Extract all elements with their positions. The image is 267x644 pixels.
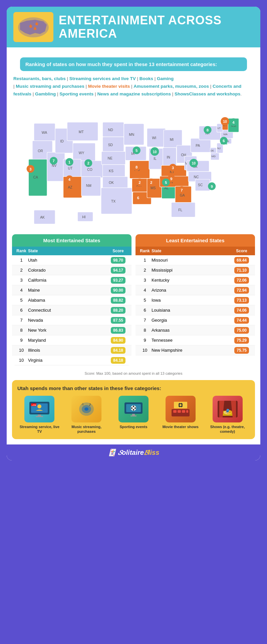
categories-section: Restaurants, bars, clubs | Streaming ser… [7, 71, 260, 98]
utah-title: Utah spends more than other states in th… [17, 385, 250, 391]
svg-text:2: 2 [139, 181, 141, 185]
most-table-row: 9 Maryland 84.90 [12, 335, 131, 345]
map-wrapper: WA OR CA NV ID MT WY [10, 102, 257, 227]
music-icon-box: ♪ ♫ [71, 396, 101, 422]
least-col-score: Score [231, 249, 252, 253]
row-state: Illinois [28, 348, 107, 353]
row-rank: 7 [138, 318, 152, 323]
row-state: Nevada [28, 318, 107, 323]
svg-text:KS: KS [109, 169, 113, 173]
least-table-row: 8 Arkansas 75.00 [136, 325, 255, 335]
row-rank: 4 [15, 288, 28, 293]
row-rank: 9 [15, 338, 28, 343]
movie-icon-label: Movie theater shows [163, 424, 199, 429]
row-rank: 2 [138, 268, 152, 273]
svg-text:2: 2 [150, 181, 152, 185]
row-state: Georgia [152, 318, 231, 323]
row-state: Louisiana [152, 308, 231, 313]
least-table-row: 3 Kentucky 72.06 [136, 275, 255, 285]
row-score: 98.70 [107, 258, 129, 263]
most-col-score: Score [107, 249, 129, 253]
svg-rect-155 [36, 416, 43, 417]
svg-text:ND: ND [108, 128, 113, 132]
utah-icon-sports: Sporting events [111, 396, 156, 434]
svg-text:6: 6 [223, 139, 225, 143]
row-rank: 1 [138, 258, 152, 263]
sports-icon-box [118, 396, 149, 422]
row-score: 86.83 [107, 328, 129, 333]
svg-text:10: 10 [153, 150, 157, 153]
svg-text:ID: ID [60, 139, 63, 143]
svg-rect-167 [173, 410, 177, 413]
row-state: Connecticut [28, 308, 107, 313]
row-state: Utah [28, 258, 107, 263]
streaming-icon-label: Streaming service, live TV [17, 424, 62, 434]
svg-text:10: 10 [192, 162, 196, 165]
row-rank: 6 [138, 308, 152, 313]
cat-sports: Sporting events [59, 91, 93, 96]
least-table-row: 5 Iowa 73.13 [136, 295, 255, 305]
svg-text:NM: NM [86, 184, 91, 188]
row-rank: 2 [15, 268, 28, 273]
movie-icon-box [166, 396, 196, 422]
row-rank: 3 [15, 278, 28, 283]
shows-icon-box: 🎭 [213, 396, 243, 422]
svg-rect-169 [182, 410, 185, 413]
row-score: 72.94 [231, 288, 252, 293]
cat-gambling: Gambling [35, 91, 56, 96]
svg-text:UT: UT [68, 167, 73, 170]
row-rank: 7 [15, 318, 28, 323]
row-score: 84.18 [107, 358, 129, 363]
row-state: Mississippi [152, 268, 231, 273]
row-score: 74.44 [231, 318, 252, 323]
least-col-rank: Rank [138, 249, 152, 253]
svg-rect-168 [178, 410, 181, 413]
svg-text:MT: MT [79, 130, 84, 133]
svg-rect-164 [132, 414, 135, 415]
svg-text:IN: IN [167, 155, 170, 159]
most-table-row: 2 Colorado 94.17 [12, 265, 131, 275]
most-table-row: 5 Alabama 88.82 [12, 295, 131, 305]
least-entertained-table: Least Entertained States Rank State Scor… [136, 234, 255, 365]
cat-books: Books [140, 76, 153, 81]
svg-rect-165 [130, 415, 137, 416]
footer: 🃏 𝓢olitaire𝓑liss [7, 444, 260, 460]
svg-text:🎭: 🎭 [225, 408, 232, 414]
svg-rect-69 [171, 202, 195, 217]
row-score: 93.27 [107, 278, 129, 283]
row-state: Maine [28, 288, 107, 293]
row-rank: 5 [15, 298, 28, 303]
ranking-text: Ranking of states on how much they spent… [25, 61, 242, 67]
svg-rect-33 [101, 151, 125, 165]
row-rank: 3 [138, 278, 152, 283]
row-state: Tennessee [152, 338, 231, 343]
utah-icons: LIVE Streaming service, live TV [17, 396, 250, 434]
row-score: 73.13 [231, 298, 252, 303]
cat-news: News and magazine subscriptions [97, 91, 171, 96]
row-score: 71.10 [231, 268, 252, 273]
svg-text:1: 1 [68, 160, 71, 164]
svg-point-177 [182, 404, 184, 406]
row-state: Missouri [152, 258, 231, 263]
svg-text:7: 7 [181, 188, 183, 192]
svg-text:TX: TX [111, 199, 115, 203]
map-icon [13, 12, 53, 42]
row-state: New York [28, 328, 107, 333]
score-note: Score: Max 100, based on amount spent in… [7, 369, 260, 377]
row-score: 88.20 [107, 308, 129, 313]
most-table-body: 1 Utah 98.70 2 Colorado 94.17 3 Californ… [12, 255, 131, 365]
least-entertained-header: Least Entertained States [136, 234, 255, 247]
header-title: ENTERTAINMENT ACROSS AMERICA [59, 14, 254, 40]
most-table-row: 3 California 93.27 [12, 275, 131, 285]
row-score: 75.00 [231, 328, 252, 333]
row-state: Alabama [28, 298, 107, 303]
most-entertained-header: Most Entertained States [12, 234, 131, 247]
most-col-rank: Rank [15, 249, 28, 253]
row-score: 87.55 [107, 318, 129, 323]
utah-icon-shows: 🎭 Shows (e.g. theatre, comedy) [205, 396, 250, 434]
row-score: 88.82 [107, 298, 129, 303]
svg-rect-35 [103, 165, 125, 177]
svg-text:6: 6 [137, 196, 139, 200]
svg-text:♫: ♫ [81, 402, 84, 406]
row-state: Maryland [28, 338, 107, 343]
